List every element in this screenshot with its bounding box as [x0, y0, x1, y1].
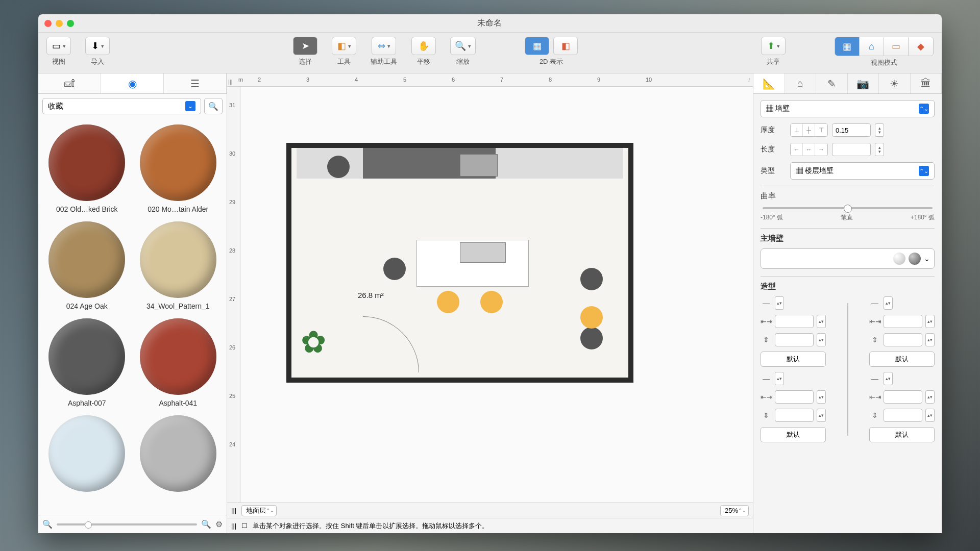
view-mode-walk[interactable]: ◆	[909, 37, 933, 56]
stepper[interactable]: ▴▾	[925, 333, 935, 346]
stepper[interactable]: ▴▾	[775, 296, 784, 310]
stool[interactable]	[383, 258, 406, 280]
shape-w2-input[interactable]	[775, 390, 814, 404]
shape-h-input[interactable]	[775, 333, 814, 346]
shape-w-input[interactable]	[775, 315, 814, 328]
floorplan-canvas[interactable]: 26.8 m²	[240, 87, 753, 503]
thickness-stepper[interactable]: ▴▾	[875, 123, 884, 137]
material-item[interactable]	[44, 415, 130, 496]
thickness-align[interactable]: ⊥┼⊤	[790, 123, 828, 137]
tab-appearance[interactable]: ✎	[816, 73, 848, 93]
tab-building[interactable]: 🏛	[911, 73, 942, 93]
stepper[interactable]: ▴▾	[884, 296, 893, 310]
grip-icon[interactable]: |||	[231, 507, 236, 514]
range-hood[interactable]	[460, 154, 498, 177]
material-label: 020 Mo…tain Alder	[148, 205, 208, 213]
tab-object[interactable]: 📐	[753, 73, 785, 93]
close-window-button[interactable]	[44, 20, 52, 27]
view-mode-plan[interactable]: ▦	[835, 37, 860, 56]
search-button[interactable]: 🔍	[204, 98, 223, 114]
info-icon[interactable]: i	[748, 77, 750, 83]
gear-icon[interactable]: ⚙	[215, 519, 223, 529]
shape-w-input-r[interactable]	[884, 315, 922, 328]
stepper[interactable]: ▴▾	[817, 333, 826, 346]
room-outline[interactable]: 26.8 m²	[286, 143, 633, 383]
category-select[interactable]: 收藏 ⌄	[42, 98, 201, 114]
main-wall-select[interactable]: ⌄	[761, 248, 935, 269]
ruler-vertical: 3130292827262524	[227, 87, 240, 503]
stepper[interactable]: ▴▾	[925, 409, 935, 422]
material-item[interactable]: 002 Old…ked Brick	[44, 124, 130, 213]
stool[interactable]	[480, 291, 503, 313]
stepper[interactable]: ▴▾	[817, 390, 826, 404]
default-button[interactable]: 默认	[761, 427, 826, 442]
tab-list[interactable]: ☰	[164, 73, 227, 93]
length-input[interactable]	[832, 143, 871, 156]
shape-h2-input[interactable]	[775, 409, 814, 422]
sink[interactable]	[460, 242, 506, 263]
material-item[interactable]: Asphalt-041	[136, 318, 221, 407]
select-tool-button[interactable]: ➤	[293, 37, 317, 55]
share-button[interactable]: ⬆︎	[761, 37, 786, 55]
stepper[interactable]: ▴▾	[817, 315, 826, 328]
shape-w2-input-r[interactable]	[884, 390, 922, 404]
shape-h-input-r[interactable]	[884, 333, 922, 346]
curvature-slider[interactable]	[763, 207, 933, 209]
material-item[interactable]	[136, 415, 221, 496]
object-type-select[interactable]: ▦ 墙壁 ⌃⌄	[761, 100, 935, 117]
shape-h2-input-r[interactable]	[884, 409, 922, 422]
measure-icon: ⇔	[378, 40, 385, 52]
ruler-tick: 9	[597, 77, 600, 83]
stool[interactable]	[580, 268, 603, 290]
aux-tools-button[interactable]: ⇔	[372, 37, 396, 55]
default-button[interactable]: 默认	[869, 427, 935, 442]
door-arc[interactable]	[363, 316, 419, 372]
zoom-out-icon[interactable]: 🔍	[42, 519, 53, 529]
length-stepper[interactable]: ▴▾	[875, 143, 884, 156]
toolbar-label: 2D 表示	[540, 57, 563, 66]
stool[interactable]	[580, 327, 603, 349]
floor-selector[interactable]: 地面层	[241, 505, 277, 516]
tools-button[interactable]: ◧	[332, 37, 356, 55]
2d-view-button[interactable]: ▦	[525, 37, 549, 55]
stool[interactable]	[437, 291, 459, 313]
stepper[interactable]: ▴▾	[925, 315, 935, 328]
stepper[interactable]: ▴▾	[775, 372, 784, 385]
view-mode-3d[interactable]: ▭	[884, 37, 909, 56]
material-item[interactable]: 34_Wool_Pattern_1	[136, 221, 221, 310]
plant[interactable]	[301, 324, 347, 370]
thickness-input[interactable]	[832, 123, 871, 137]
toolbar-label: 共享	[767, 57, 780, 66]
minimize-window-button[interactable]	[56, 20, 63, 27]
default-button[interactable]: 默认	[869, 352, 935, 367]
length-align[interactable]: ←↔→	[790, 143, 828, 156]
material-item[interactable]: 024 Age Oak	[44, 221, 130, 310]
pan-button[interactable]: ✋	[411, 37, 436, 55]
thumbnail-zoom-slider[interactable]	[57, 523, 197, 525]
wall-type-select[interactable]: ▦ 楼层墙壁 ⌃⌄	[790, 162, 935, 180]
default-button[interactable]: 默认	[761, 352, 826, 367]
tab-materials[interactable]: ◉	[101, 73, 164, 93]
house-icon: ⌂	[869, 41, 874, 52]
tab-camera[interactable]: 📷	[848, 73, 879, 93]
tab-material[interactable]: ⌂	[785, 73, 817, 93]
stool[interactable]	[580, 306, 603, 329]
import-button[interactable]: ⬇︎	[85, 37, 110, 55]
zoom-button[interactable]: 🔍	[450, 37, 476, 55]
view-button[interactable]: ▭	[46, 37, 71, 55]
zoom-in-icon[interactable]: 🔍	[201, 519, 211, 529]
view-mode-elevation[interactable]: ⌂	[860, 37, 884, 56]
tab-furniture[interactable]: 🛋	[38, 73, 101, 93]
share-icon: ⬆︎	[767, 40, 775, 52]
zoom-selector[interactable]: 25%	[720, 505, 749, 516]
3d-view-button[interactable]: ◧	[553, 37, 578, 55]
material-item[interactable]: Asphalt-007	[44, 318, 130, 407]
tab-light[interactable]: ☀	[879, 73, 911, 93]
stool[interactable]	[327, 156, 350, 178]
stepper[interactable]: ▴▾	[925, 390, 935, 404]
zoom-window-button[interactable]	[67, 20, 74, 27]
material-item[interactable]: 020 Mo…tain Alder	[136, 124, 221, 213]
stepper[interactable]: ▴▾	[817, 409, 826, 422]
doc-icon: ▭	[892, 41, 900, 52]
stepper[interactable]: ▴▾	[884, 372, 893, 385]
